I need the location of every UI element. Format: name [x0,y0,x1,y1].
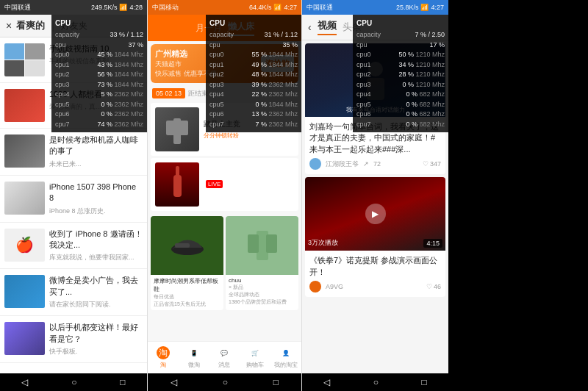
like-count-1: ♡ 347 [423,160,441,168]
news-item-5[interactable]: 微博全是卖小广告，我去买了... 请在家长陪同下阅读. [0,269,147,316]
nav-home-3[interactable]: ○ [373,377,379,387]
live-badge: LIVE [206,180,223,188]
nav-tao-label: 淘 [160,361,166,369]
wine-info: LIVE [204,179,294,190]
video-thumb-2: ▶ 3万次播放 4:15 [305,177,445,251]
status-bar-right-3: 25.8K/s 📶 4:27 [396,4,444,11]
cpu-capacity-val-1: 33 % / 1.12 [110,30,143,40]
news-item-4[interactable]: 🍎 收到了 iPhone 8 邀请函！我决定... 库克就我说，他要带我回家..… [0,223,147,270]
svg-rect-1 [166,121,175,135]
jacket-meta: 分分钟锁转粉 [204,132,294,140]
news-item-2[interactable]: 是时候考虑和机器人咖啡的事了 未来已来... [0,129,147,176]
nav-mine-label: 我的淘宝 [274,361,298,369]
weitao-icon: 📱 [187,346,201,359]
cpu-row-6: cpu5 0 % 2362 Mhz [55,100,143,110]
network-speed-2: 64.4K/s [249,4,272,11]
signal-2: 📶 [273,4,282,11]
video-title-2: 《铁拳7》诺克提斯 参战演示画面公开！ [309,255,441,278]
nav-back-1[interactable]: ◁ [21,377,28,387]
jacket2-sub: × 新品 [229,284,295,291]
cpu-capacity-label-1: capacity [55,30,79,40]
carrier-2: 中国移动 [152,3,179,12]
nav-back-3[interactable]: ◁ [323,377,330,387]
shoes-info: 摩摩时尚潮男系带低帮板鞋 每日优选 正品省流15天售后无忧 [151,275,223,310]
message-icon: 💬 [218,346,231,359]
news-text-4: 收到了 iPhone 8 邀请函！我决定... 库克就我说，他要带我回家... [49,229,143,263]
news-text-3: iPhone 1507 398 Phone 8 iPhone 8 总涨历史. [49,182,143,216]
tao-icon: 淘 [157,346,170,359]
like-num-1: 347 [430,160,441,168]
panel-3: 中国联通 25.8K/s 📶 4:27 ‹ 视频 头条 CPU capacity… [301,0,448,391]
network-speed-3: 25.8K/s [396,4,419,11]
cpu-title-2: CPU [209,18,298,29]
promo-brand-sub: 全球品牌动态 [229,291,295,298]
nav-recent-1[interactable]: □ [120,377,125,387]
thumb-cell [4,43,24,60]
status-bar-left-3: 中国联通 [306,3,333,12]
back-button-3[interactable]: ‹ [308,21,312,33]
cpu-title-3: CPU [356,18,445,29]
promo-sub-2: 正品省流15天售后无忧 [154,301,220,308]
nav-mine[interactable]: 👤 我的淘宝 [270,346,301,369]
cpu-row-5: cpu4 5 % 2362 Mhz [55,90,143,100]
status-bar-right-1: 249.5K/s 📶 4:28 [91,4,143,11]
back-button-1[interactable]: × [6,20,12,32]
news-text-6: 以后手机都变这样！最好看是它？ 快手极板. [49,322,143,356]
nav-cart[interactable]: 🛒 购物车 [240,346,270,369]
news-thumb-5 [4,275,45,308]
news-title-6: 以后手机都变这样！最好看是它？ [49,322,143,345]
avatar-1 [309,158,321,170]
jacket2-img [226,216,298,275]
video-views-2: 3万次播放 [308,238,338,248]
news-title-5: 微博全是卖小广告，我去买了... [49,275,143,298]
nav-home-2[interactable]: ○ [223,377,228,387]
shoes-img [151,216,223,275]
news-thumb-2 [4,134,45,168]
cpu-row-0: cpu 37 % [55,40,143,51]
thumb-cell [25,60,45,76]
carrier-1: 中国联通 [4,3,31,12]
video-duration-2: 4:15 [423,239,442,248]
panel1-title: 看爽的 [16,19,45,32]
mine-icon: 👤 [279,346,293,359]
nav-tao[interactable]: 淘 淘 [148,346,179,369]
tab-video[interactable]: 视频 [318,19,337,35]
battery-time-1: 4:28 [129,4,143,11]
nav-recent-3[interactable]: □ [422,377,427,387]
cpu-cap-row-2: capacity 31 % / 1.12 [209,30,298,40]
news-item-3[interactable]: iPhone 1507 398 Phone 8 iPhone 8 总涨历史. [0,176,147,223]
nav-back-2[interactable]: ◁ [171,377,177,387]
video-card-2[interactable]: ▶ 3万次播放 4:15 《铁拳7》诺克提斯 参战演示画面公开！ A9VG ♡ … [305,177,445,297]
signal-1: 📶 [119,4,127,11]
carrier-3: 中国联通 [306,3,333,12]
video-meta-1: 江湖段王爷 ↗ 72 ♡ 347 [309,158,441,170]
nav-message-label: 消息 [218,361,230,369]
video-author-2: A9VG [326,283,343,290]
nav-home-1[interactable]: ○ [71,377,76,387]
status-bar-2: 中国移动 64.4K/s 📶 4:27 [148,0,301,15]
news-title-3: iPhone 1507 398 Phone 8 [49,182,143,204]
nav-weitao-label: 微淘 [188,361,200,369]
news-sub-4: 库克就我说，他要带我回家... [49,253,143,262]
share-count-1: 72 [373,160,381,168]
heart-icon-1: ♡ [423,160,429,168]
thumb-cell [25,43,45,60]
status-bar-right-2: 64.4K/s 📶 4:27 [249,4,297,11]
sys-nav-3: ◁ ○ □ [302,373,448,391]
play-btn-2[interactable]: ▶ [365,204,386,224]
nav-message[interactable]: 💬 消息 [209,346,240,369]
like-num-2: 46 [434,283,441,290]
cpu-row-4: cpu3 73 % 1844 Mhz [55,80,143,90]
product-wine[interactable]: LIVE [151,158,298,211]
cpu-capacity-row-1: capacity 33 % / 1.12 [55,30,143,40]
nav-cart-label: 购物车 [246,361,264,369]
cpu-row-2: cpu1 43 % 1844 Mhz [55,60,143,71]
thumb-cell [4,60,24,76]
nav-recent-2[interactable]: □ [273,377,279,387]
promo-jacket2[interactable]: chuu × 新品 全球品牌动态 1386个品牌货贸后和运费 [226,216,298,310]
nav-weitao[interactable]: 📱 微淘 [179,346,209,369]
wine-img [155,162,199,207]
promo-shoes[interactable]: 摩摩时尚潮男系带低帮板鞋 每日优选 正品省流15天售后无忧 [151,216,223,310]
news-item-6[interactable]: 以后手机都变这样！最好看是它？ 快手极板. [0,316,147,363]
status-bar-left-2: 中国移动 [152,3,179,12]
